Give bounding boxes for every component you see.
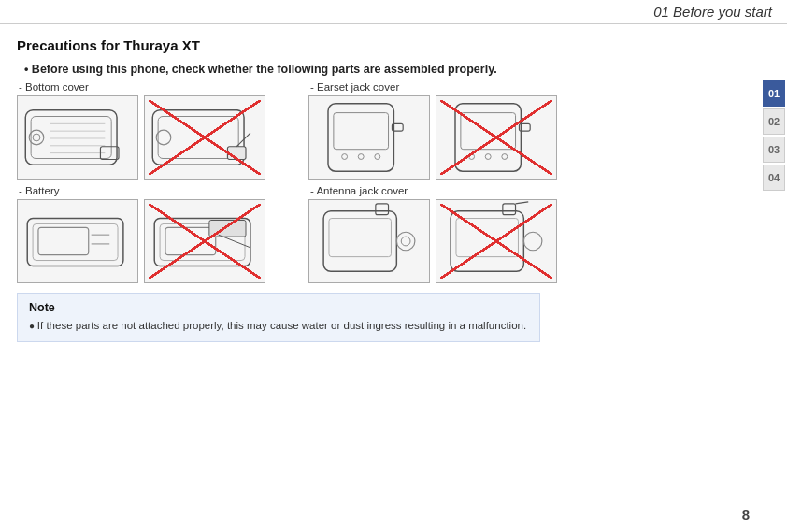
svg-point-12 (156, 130, 171, 145)
bottom-cover-pair (17, 95, 265, 180)
note-box: Note If these parts are not attached pro… (17, 293, 540, 342)
svg-point-19 (375, 154, 380, 160)
svg-line-27 (519, 115, 532, 122)
bullet-instruction: Before using this phone, check whether t… (17, 63, 744, 76)
image-row-1: - Bottom cover (17, 81, 744, 180)
section-title: Precautions for Thuraya XT (17, 37, 744, 53)
svg-point-3 (33, 134, 40, 141)
antenna-pair (308, 199, 557, 283)
svg-rect-44 (456, 219, 518, 257)
image-group-battery: - Battery (17, 185, 265, 283)
note-title: Note (29, 301, 528, 314)
svg-line-37 (219, 235, 250, 248)
svg-rect-36 (209, 221, 246, 237)
svg-line-47 (516, 202, 529, 204)
svg-rect-43 (451, 211, 523, 272)
image-group-antenna: - Antenna jack cover (308, 185, 557, 283)
svg-point-41 (396, 232, 415, 251)
tab-01[interactable]: 01 (763, 80, 785, 107)
note-text: If these parts are not attached properly… (29, 318, 528, 334)
battery-pair (17, 199, 265, 283)
svg-rect-40 (376, 204, 389, 215)
svg-rect-22 (461, 113, 516, 150)
tab-04[interactable]: 04 (763, 165, 785, 191)
svg-rect-0 (25, 110, 117, 165)
earset-pair (308, 95, 557, 180)
svg-rect-16 (334, 113, 389, 150)
svg-rect-38 (323, 211, 396, 272)
svg-rect-26 (519, 123, 530, 131)
svg-rect-10 (152, 110, 244, 165)
image-grid: - Bottom cover (17, 81, 744, 283)
bottom-cover-incorrect (144, 95, 265, 180)
svg-point-23 (469, 154, 475, 160)
image-group-earset: - Earset jack cover (308, 81, 557, 180)
svg-rect-11 (158, 117, 238, 159)
header-title: 01 Before you start (653, 4, 772, 20)
svg-rect-35 (165, 227, 216, 254)
svg-point-25 (502, 154, 508, 160)
svg-point-46 (523, 232, 542, 251)
earset-incorrect (436, 95, 557, 180)
image-row-2: - Battery (17, 185, 744, 283)
svg-point-18 (358, 154, 364, 160)
svg-point-24 (485, 154, 491, 160)
battery-correct (17, 199, 138, 283)
earset-label: - Earset jack cover (308, 81, 399, 93)
antenna-correct (308, 199, 430, 283)
antenna-incorrect (436, 199, 557, 283)
svg-rect-15 (328, 104, 394, 171)
image-group-bottom-cover: - Bottom cover (17, 81, 265, 180)
svg-rect-34 (160, 223, 245, 260)
svg-rect-13 (227, 147, 246, 160)
svg-rect-1 (31, 117, 111, 159)
svg-rect-21 (455, 104, 521, 171)
earset-correct (308, 95, 430, 180)
svg-rect-39 (329, 219, 391, 257)
svg-point-42 (401, 237, 410, 246)
svg-rect-33 (154, 219, 250, 266)
page-number: 8 (742, 507, 750, 523)
svg-rect-28 (27, 219, 123, 266)
battery-label: - Battery (17, 185, 59, 196)
header-bar: 01 Before you start (0, 0, 787, 24)
svg-point-17 (342, 154, 348, 160)
bottom-cover-correct (17, 95, 138, 180)
tab-03[interactable]: 03 (763, 137, 785, 163)
main-content: Precautions for Thuraya XT Before using … (0, 24, 761, 532)
svg-line-14 (236, 133, 250, 147)
sidebar-tabs: 01 02 03 04 (761, 24, 787, 532)
tab-02[interactable]: 02 (763, 108, 785, 135)
antenna-label: - Antenna jack cover (308, 185, 408, 196)
svg-rect-45 (503, 204, 516, 215)
battery-incorrect (144, 199, 265, 283)
bottom-cover-label: - Bottom cover (17, 81, 89, 93)
svg-rect-30 (38, 227, 89, 254)
